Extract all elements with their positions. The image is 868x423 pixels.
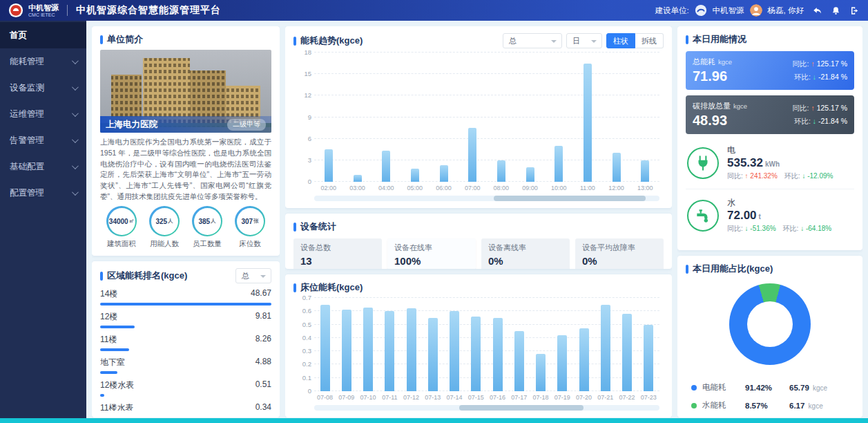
stat-label: 床位数 — [230, 239, 270, 249]
device-stats-row: 设备总数13设备在线率100%设备离线率0%设备平均故障率0% — [293, 238, 664, 269]
trend-line-label: 同比: — [793, 59, 809, 68]
rank-bar — [100, 303, 271, 306]
x-tick-label: 11:00 — [573, 185, 602, 191]
bed-energy-title: 床位能耗(kgce) — [300, 281, 363, 294]
x-tick-label: 13:00 — [630, 185, 659, 191]
device-stats-card: 设备统计 设备总数13设备在线率100%设备离线率0%设备平均故障率0% — [285, 214, 672, 269]
bar — [579, 328, 589, 391]
sidebar-item-home[interactable]: 首页 — [0, 22, 86, 48]
center-column: 能耗趋势(kgce) 总 日 柱状 拆线 0369121518 02:0003:… — [285, 26, 672, 417]
bar-view-button[interactable]: 柱状 — [606, 33, 635, 48]
today-ratio-title: 本日用能占比(kgce) — [693, 263, 773, 275]
alarm-icon[interactable] — [831, 6, 841, 16]
rank-value: 9.81 — [255, 311, 271, 323]
x-tick-label: 07-10 — [358, 394, 379, 401]
unit-intro-title: 单位简介 — [107, 33, 143, 46]
avatar[interactable] — [750, 4, 762, 17]
chevron-down-icon — [72, 189, 79, 196]
grade-badge: 二级甲等 — [227, 119, 266, 131]
y-tick-label: 18 — [295, 48, 311, 56]
rank-row: 12楼9.81 — [100, 308, 271, 330]
sidebar-item-device-monitor[interactable]: 设备监测 — [0, 75, 86, 101]
rank-row-top: 12楼9.81 — [100, 311, 271, 323]
rank-value: 0.34 — [255, 402, 271, 411]
rank-row-top: 12楼水表0.51 — [100, 379, 271, 391]
legend-row: 水能耗8.57%6.17 kgce — [691, 400, 849, 411]
back-icon[interactable] — [812, 6, 822, 16]
stat-ring-value: 307张 — [237, 208, 264, 235]
sidebar-item-config-management[interactable]: 配置管理 — [0, 180, 86, 206]
donut-chart — [729, 283, 811, 365]
x-tick-label: 03:00 — [343, 185, 372, 191]
stat-ring-value: 34000㎡ — [108, 208, 135, 235]
today-usage-title: 本日用能情况 — [693, 33, 746, 46]
bar — [497, 160, 505, 182]
bar-slot — [595, 298, 616, 391]
bed-xaxis: 07-0807-0907-1007-1107-1207-1307-1407-15… — [314, 393, 659, 402]
x-tick-label: 07-08 — [314, 394, 336, 401]
y-tick-label: 0.3 — [295, 347, 311, 355]
title-accent — [100, 272, 103, 281]
bar-slot — [401, 298, 422, 391]
rank-name: 11楼 — [100, 334, 117, 346]
y-tick-label: 15 — [295, 70, 311, 77]
bed-scrollbar[interactable] — [314, 405, 659, 411]
stat-ring-icon: 325人 — [149, 206, 180, 236]
logout-icon[interactable] — [849, 6, 860, 16]
user-greeting[interactable]: 杨磊, 你好 — [768, 6, 804, 16]
trend-period-select[interactable]: 日 — [566, 33, 602, 48]
top-header: 中机智源 CMC IETEC 中机智源综合智慧能源管理平台 建设单位: 中机智源… — [0, 0, 868, 21]
x-tick-label: 07-20 — [573, 394, 595, 401]
rank-row-top: 11楼8.26 — [100, 334, 271, 346]
total-box-trends: 同比:↑ 125.17 %环比:↓ -21.84 % — [793, 57, 847, 84]
bar-slot — [516, 53, 545, 182]
y-tick-label: 12 — [295, 91, 311, 99]
builder-logo-icon — [695, 4, 707, 17]
y-tick-label: 0.2 — [295, 360, 311, 368]
bars-layer — [314, 298, 659, 391]
bar — [411, 169, 419, 182]
bed-scrollbar-thumb[interactable] — [459, 405, 584, 411]
sidebar-item-alarm-management[interactable]: 告警管理 — [0, 127, 86, 153]
line-view-button[interactable]: 拆线 — [635, 33, 664, 48]
logo-area: 中机智源 CMC IETEC 中机智源综合智慧能源管理平台 — [8, 3, 221, 18]
chevron-down-icon — [72, 84, 79, 91]
bar — [471, 317, 481, 391]
arrow-down-icon: ↓ — [813, 73, 818, 81]
bed-chart: 00.10.20.30.40.50.60.7 07-0807-0907-1007… — [293, 298, 664, 411]
y-tick-label: 0 — [295, 178, 311, 185]
sidebar-item-ops-management[interactable]: 运维管理 — [0, 101, 86, 127]
meter-list: 电535.32kWh同比: ↑ 241.32%环比: ↓ -12.09%水72.… — [686, 137, 854, 241]
stat-ring-icon: 307张 — [235, 206, 265, 236]
bar — [407, 308, 416, 391]
stat-label: 用能人数 — [144, 239, 184, 249]
trend-scrollbar-thumb[interactable] — [494, 196, 646, 201]
bar — [644, 325, 653, 391]
trend-scope-select[interactable]: 总 — [503, 33, 562, 48]
header-divider — [67, 5, 68, 16]
region-rank-filter-select[interactable]: 总 — [235, 268, 271, 283]
chevron-down-icon — [72, 162, 79, 169]
header-right: 建设单位: 中机智源 杨磊, 你好 — [655, 4, 860, 17]
bar — [382, 151, 390, 182]
bar — [354, 175, 362, 182]
bar-slot — [444, 298, 465, 391]
bar-slot — [314, 298, 336, 391]
trend-scrollbar[interactable] — [314, 196, 659, 201]
sidebar-item-basic-config[interactable]: 基础配置 — [0, 153, 86, 180]
rank-value: 48.67 — [251, 288, 271, 300]
stat-ring-icon: 34000㎡ — [106, 206, 137, 236]
bar-slot — [630, 53, 659, 182]
sidebar-item-energy-management[interactable]: 能耗管理 — [0, 48, 86, 75]
stat-label: 员工数量 — [187, 239, 227, 249]
rank-row: 11楼8.26 — [100, 330, 271, 353]
right-column: 本日用能情况 总能耗kgce 71.96 同比:↑ 125.17 %环比:↓ -… — [677, 26, 862, 417]
chevron-down-icon — [72, 57, 79, 64]
unit-stat: 34000㎡建筑面积 — [102, 206, 142, 249]
x-tick-label: 07-23 — [638, 394, 659, 401]
meter-name: 电 — [727, 144, 833, 156]
trend-period-value: 日 — [572, 36, 580, 46]
bar-slot — [465, 298, 487, 391]
title-accent — [686, 265, 688, 274]
trend-scope-value: 总 — [509, 36, 517, 46]
